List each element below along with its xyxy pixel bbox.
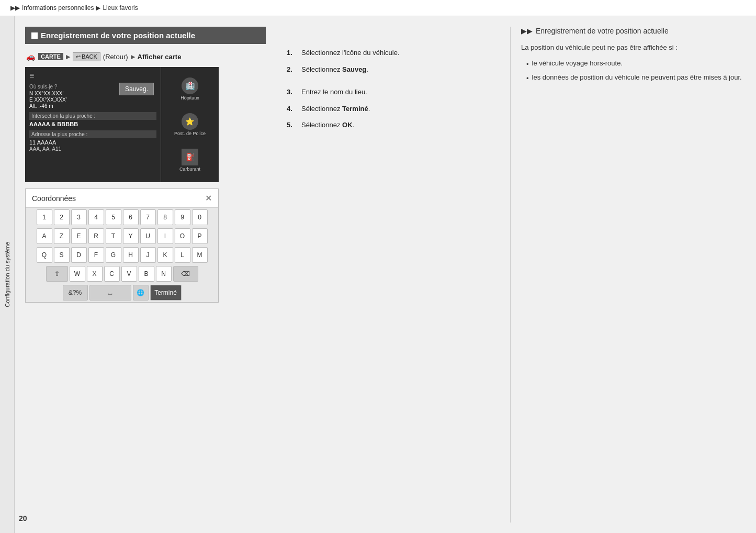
bullet-item-1: • le véhicule voyage hors-route. bbox=[526, 58, 746, 70]
carte-badge: CARTE bbox=[38, 53, 63, 60]
key-X[interactable]: X bbox=[87, 266, 103, 282]
key-H[interactable]: H bbox=[123, 247, 139, 263]
step-5-text-post: . bbox=[353, 121, 355, 129]
keyboard-row-azerty: A Z E R T Y U I O P bbox=[26, 227, 218, 246]
step-3-number: 3. bbox=[287, 87, 297, 97]
hopitaux-icon: 🏥 bbox=[182, 77, 198, 94]
map-address-label: Adresse la plus proche : bbox=[29, 130, 156, 138]
key-L[interactable]: L bbox=[175, 247, 190, 263]
key-special-chars[interactable]: &?% bbox=[63, 285, 88, 301]
breadcrumb-part1: Informations personnelles bbox=[22, 4, 94, 12]
key-1[interactable]: 1 bbox=[37, 209, 52, 225]
map-intersection-label: Intersection la plus proche : bbox=[29, 112, 156, 120]
bullet-list: • le véhicule voyage hors-route. • les d… bbox=[521, 58, 746, 84]
breadcrumb-part2: Lieux favoris bbox=[103, 4, 138, 12]
key-4[interactable]: 4 bbox=[88, 209, 104, 225]
step-5-bold: OK bbox=[342, 121, 353, 129]
key-N[interactable]: N bbox=[156, 266, 172, 282]
key-globe[interactable]: 🌐 bbox=[133, 285, 149, 301]
breadcrumb-arrows: ▶▶ bbox=[10, 4, 20, 12]
page-number: 20 bbox=[19, 514, 27, 523]
key-8[interactable]: 8 bbox=[157, 209, 173, 225]
key-B[interactable]: B bbox=[139, 266, 154, 282]
bullet-dot-1: • bbox=[526, 59, 529, 70]
key-9[interactable]: 9 bbox=[175, 209, 190, 225]
left-column: Enregistrement de votre position actuell… bbox=[25, 27, 266, 523]
back-label: BACK bbox=[82, 53, 97, 60]
step-2-text: Sélectionnez Sauveg. bbox=[301, 64, 368, 75]
key-7[interactable]: 7 bbox=[140, 209, 156, 225]
right-section-title: Enregistrement de votre position actuell… bbox=[536, 27, 669, 35]
step-5-text: Sélectionnez OK. bbox=[301, 120, 354, 130]
key-C[interactable]: C bbox=[104, 266, 120, 282]
key-A[interactable]: A bbox=[37, 228, 52, 244]
step-2-number: 2. bbox=[287, 64, 297, 75]
map-menu-icon: ≡ bbox=[29, 71, 156, 81]
section-header: Enregistrement de votre position actuell… bbox=[25, 27, 266, 44]
key-backspace[interactable]: ⌫ bbox=[173, 266, 198, 282]
keyboard-close-button[interactable]: ✕ bbox=[205, 193, 212, 203]
key-space[interactable]: ⎵ bbox=[89, 285, 131, 301]
step-2: 2. Sélectionnez Sauveg. bbox=[287, 64, 500, 75]
key-G[interactable]: G bbox=[106, 247, 121, 263]
map-address2: AAA, AA, A11 bbox=[29, 146, 156, 152]
step-4-bold: Terminé bbox=[342, 105, 368, 113]
map-alt: Alt. :-46 m bbox=[29, 103, 156, 109]
map-icon-carburant: ⛽ Carburant bbox=[179, 149, 200, 172]
step-4-text-pre: Sélectionnez bbox=[301, 105, 342, 113]
key-J[interactable]: J bbox=[140, 247, 156, 263]
key-6[interactable]: 6 bbox=[123, 209, 139, 225]
key-I[interactable]: I bbox=[157, 228, 173, 244]
step-2-text-post: . bbox=[366, 65, 368, 73]
step-2-bold: Sauveg bbox=[342, 65, 366, 73]
key-Z[interactable]: Z bbox=[54, 228, 70, 244]
key-P[interactable]: P bbox=[192, 228, 208, 244]
map-address1: 11 AAAAA bbox=[29, 139, 156, 146]
key-F[interactable]: F bbox=[88, 247, 104, 263]
key-0[interactable]: 0 bbox=[192, 209, 208, 225]
step-5-text-pre: Sélectionnez bbox=[301, 121, 342, 129]
key-O[interactable]: O bbox=[175, 228, 190, 244]
key-E[interactable]: E bbox=[71, 228, 87, 244]
nav-arrow1: ▶ bbox=[66, 53, 70, 60]
key-W[interactable]: W bbox=[70, 266, 85, 282]
key-2[interactable]: 2 bbox=[54, 209, 70, 225]
key-5[interactable]: 5 bbox=[106, 209, 121, 225]
bullet-text-2: les données de position du véhicule ne p… bbox=[532, 72, 742, 84]
keyboard-title: Coordonnées bbox=[32, 194, 76, 203]
key-S[interactable]: S bbox=[54, 247, 70, 263]
step-4-number: 4. bbox=[287, 104, 297, 114]
step-4-text: Sélectionnez Terminé. bbox=[301, 104, 370, 114]
breadcrumb-arrow2: ▶ bbox=[96, 4, 100, 12]
map-screen: ≡ Où suis-je ? N XX°XX.XXX' E XXX°XX.XXX… bbox=[25, 67, 219, 182]
hopitaux-label: Hôpitaux bbox=[180, 95, 199, 101]
key-M[interactable]: M bbox=[192, 247, 208, 263]
key-Q[interactable]: Q bbox=[37, 247, 52, 263]
key-termine[interactable]: Terminé bbox=[150, 285, 182, 301]
sidebar-vertical: Configuration du système bbox=[0, 16, 15, 533]
map-right-panel: 🏥 Hôpitaux ⭐ Post. de Police ⛽ Carburant bbox=[161, 67, 219, 182]
keyboard-row-shift: ⇧ W X C V B N ⌫ bbox=[26, 264, 218, 283]
step-3-text: Entrez le nom du lieu. bbox=[301, 87, 367, 97]
step-3: 3. Entrez le nom du lieu. bbox=[287, 87, 500, 97]
key-shift[interactable]: ⇧ bbox=[46, 266, 68, 282]
key-Y[interactable]: Y bbox=[123, 228, 139, 244]
sauveg-button[interactable]: Sauveg. bbox=[119, 83, 154, 95]
key-V[interactable]: V bbox=[121, 266, 137, 282]
steps-list: 1. Sélectionnez l'icône du véhicule. 2. … bbox=[287, 48, 500, 130]
key-K[interactable]: K bbox=[157, 247, 173, 263]
key-U[interactable]: U bbox=[140, 228, 156, 244]
key-R[interactable]: R bbox=[88, 228, 104, 244]
right-section-icon: ▶▶ bbox=[521, 27, 533, 35]
key-3[interactable]: 3 bbox=[71, 209, 87, 225]
keyboard-row-special: &?% ⎵ 🌐 Terminé bbox=[26, 283, 218, 302]
section-title: Enregistrement de votre position actuell… bbox=[41, 31, 195, 40]
right-section-header: ▶▶ Enregistrement de votre position actu… bbox=[521, 27, 746, 35]
key-D[interactable]: D bbox=[71, 247, 87, 263]
map-icon-hopitaux: 🏥 Hôpitaux bbox=[180, 77, 199, 101]
afficher-carte: Afficher carte bbox=[138, 53, 182, 61]
vehicle-icon: 🚗 bbox=[25, 51, 36, 62]
carburant-icon: ⛽ bbox=[182, 149, 198, 165]
map-intersection-value: AAAAA & BBBBB bbox=[29, 121, 156, 127]
key-T[interactable]: T bbox=[106, 228, 121, 244]
